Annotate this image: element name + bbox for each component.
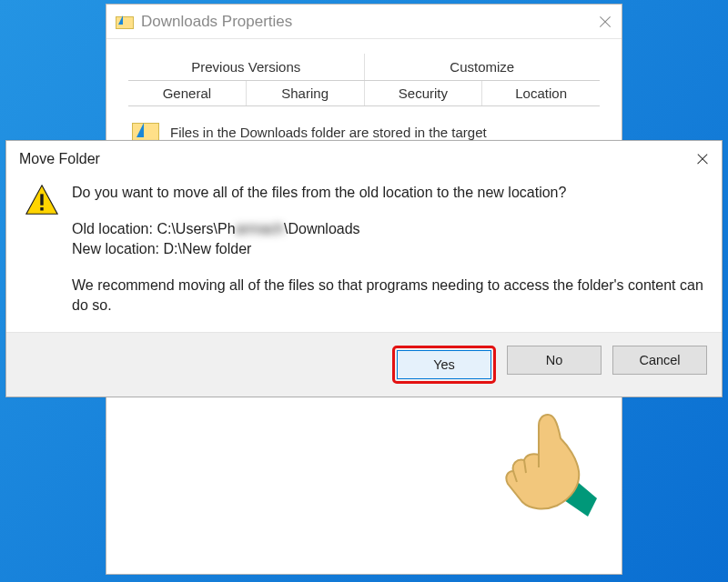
location-description: Files in the Downloads folder are stored…	[170, 125, 487, 140]
tab-location[interactable]: Location	[482, 81, 600, 105]
yes-button[interactable]: Yes	[397, 350, 491, 379]
svg-rect-1	[40, 194, 43, 205]
tab-sharing[interactable]: Sharing	[247, 81, 365, 105]
dialog-recommend: We recommend moving all of the files so …	[72, 276, 703, 316]
downloads-folder-icon	[116, 15, 134, 29]
close-icon[interactable]	[598, 15, 612, 29]
properties-title: Downloads Properties	[141, 13, 292, 31]
dialog-question: Do you want to move all of the files fro…	[72, 183, 703, 203]
new-location: New location: D:\New folder	[72, 239, 703, 259]
tab-security[interactable]: Security	[365, 81, 483, 105]
dialog-titlebar: Move Folder	[6, 141, 722, 177]
properties-titlebar: Downloads Properties	[106, 5, 622, 39]
tab-previous-versions[interactable]: Previous Versions	[128, 54, 365, 80]
dialog-title: Move Folder	[19, 151, 100, 167]
yes-button-highlight: Yes	[392, 346, 496, 384]
dialog-button-row: Yes No Cancel	[6, 332, 722, 396]
cancel-button[interactable]: Cancel	[612, 346, 707, 375]
tab-customize[interactable]: Customize	[365, 54, 601, 80]
tab-general[interactable]: General	[128, 81, 247, 105]
close-icon[interactable]	[696, 153, 709, 166]
properties-tabs-row-1: Previous Versions Customize	[128, 54, 600, 81]
move-folder-dialog: Move Folder Do you want to move all of t…	[5, 140, 723, 397]
svg-rect-2	[40, 207, 43, 210]
old-location: Old location: C:\Users\Pharmach\Download…	[72, 219, 703, 239]
properties-tabs-row-2: General Sharing Security Location	[128, 81, 600, 106]
no-button[interactable]: No	[507, 346, 602, 375]
dialog-message: Do you want to move all of the files fro…	[72, 183, 703, 316]
warning-icon	[25, 183, 59, 217]
